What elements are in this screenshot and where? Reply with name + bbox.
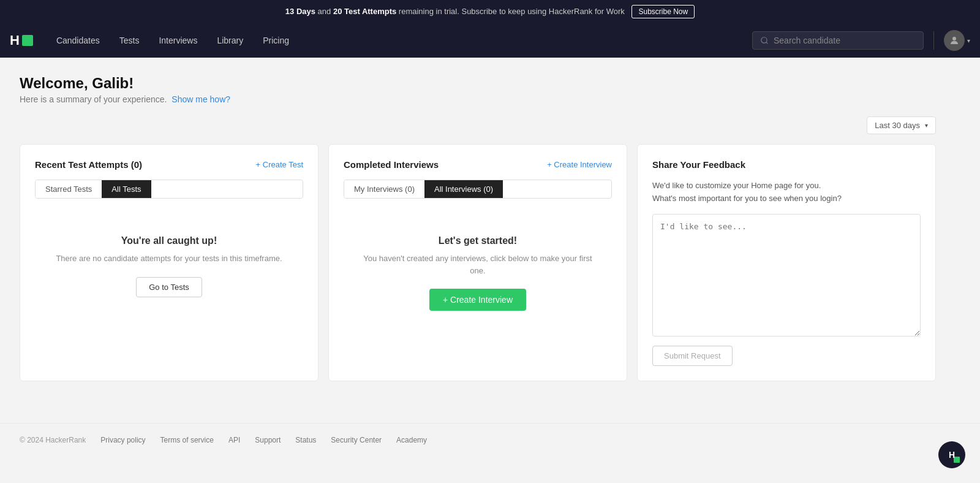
recent-tests-card-header: Recent Test Attempts (0) + Create Test: [35, 159, 303, 170]
footer-security[interactable]: Security Center: [331, 436, 382, 444]
chevron-down-icon: ▾: [967, 37, 970, 44]
chevron-down-icon: ▾: [925, 122, 928, 129]
feedback-card: Share Your Feedback We'd like to customi…: [637, 144, 936, 381]
navbar: H Candidates Tests Interviews Library Pr…: [0, 23, 980, 58]
create-interview-link[interactable]: + Create Interview: [547, 160, 612, 169]
nav-library[interactable]: Library: [208, 31, 252, 50]
create-interview-button[interactable]: + Create Interview: [429, 289, 526, 311]
nav-interviews[interactable]: Interviews: [150, 31, 206, 50]
date-filter-dropdown[interactable]: Last 30 days ▾: [867, 116, 936, 134]
interviews-toggle-tabs: My Interviews (0) All Interviews (0): [344, 180, 612, 199]
starred-tests-tab[interactable]: Starred Tests: [36, 180, 102, 198]
create-test-link[interactable]: + Create Test: [256, 160, 303, 169]
all-interviews-tab[interactable]: All Interviews (0): [424, 180, 503, 198]
footer: © 2024 HackerRank Privacy policy Terms o…: [0, 423, 980, 457]
banner-days: 13 Days: [285, 7, 315, 16]
recent-tests-card: Recent Test Attempts (0) + Create Test S…: [20, 144, 318, 381]
copyright: © 2024 HackerRank: [20, 436, 86, 444]
my-interviews-tab[interactable]: My Interviews (0): [344, 180, 424, 198]
submit-request-button[interactable]: Submit Request: [652, 346, 733, 366]
feedback-title: Share Your Feedback: [652, 159, 745, 170]
cards-row: Recent Test Attempts (0) + Create Test S…: [20, 144, 936, 381]
interviews-title: Completed Interviews: [344, 159, 439, 170]
nav-divider: [933, 31, 934, 50]
feedback-desc: We'd like to customize your Home page fo…: [652, 180, 921, 205]
logo-letter: H: [10, 32, 20, 48]
footer-status[interactable]: Status: [295, 436, 316, 444]
nav-links: Candidates Tests Interviews Library Pric…: [48, 31, 752, 50]
tests-empty-title: You're all caught up!: [121, 235, 217, 246]
interviews-card: Completed Interviews + Create Interview …: [328, 144, 627, 381]
feedback-textarea[interactable]: [652, 214, 921, 337]
search-placeholder: Search candidate: [774, 36, 840, 45]
show-me-how-link[interactable]: Show me how?: [172, 94, 230, 104]
floating-logo-h: H: [949, 450, 955, 457]
interviews-empty-title: Let's get started!: [439, 235, 517, 246]
interviews-empty-state: Let's get started! You haven't created a…: [344, 211, 612, 335]
dashboard-header: Last 30 days ▾: [20, 116, 936, 134]
recent-tests-title: Recent Test Attempts (0): [35, 159, 142, 170]
tests-toggle-tabs: Starred Tests All Tests: [35, 180, 303, 199]
svg-point-0: [761, 37, 767, 43]
avatar: [944, 30, 965, 51]
footer-academy[interactable]: Academy: [396, 436, 427, 444]
main-content: Welcome, Galib! Here is a summary of you…: [0, 58, 956, 398]
search-box[interactable]: Search candidate: [752, 31, 924, 50]
feedback-card-header: Share Your Feedback: [652, 159, 921, 170]
banner-text: remaining in trial. Subscribe to keep us…: [399, 7, 625, 16]
banner-and: and: [318, 7, 333, 16]
svg-point-2: [952, 37, 956, 40]
logo[interactable]: H: [10, 32, 33, 48]
tests-empty-state: You're all caught up! There are no candi…: [35, 211, 303, 322]
logo-square: [22, 35, 33, 46]
footer-api[interactable]: API: [228, 436, 240, 444]
go-to-tests-button[interactable]: Go to Tests: [136, 277, 202, 297]
nav-tests[interactable]: Tests: [111, 31, 148, 50]
welcome-sub: Here is a summary of your experience. Sh…: [20, 94, 936, 104]
footer-privacy[interactable]: Privacy policy: [100, 436, 145, 444]
banner-attempts: 20 Test Attempts: [333, 7, 396, 16]
interviews-card-header: Completed Interviews + Create Interview: [344, 159, 612, 170]
nav-pricing[interactable]: Pricing: [254, 31, 298, 50]
all-tests-tab[interactable]: All Tests: [102, 180, 151, 198]
tests-empty-sub: There are no candidate attempts for your…: [56, 253, 282, 265]
search-icon: [760, 36, 769, 45]
footer-support[interactable]: Support: [255, 436, 281, 444]
footer-terms[interactable]: Terms of service: [160, 436, 214, 444]
interviews-empty-sub: You haven't created any interviews, clic…: [356, 253, 600, 276]
top-banner: 13 Days and 20 Test Attempts remaining i…: [0, 0, 980, 23]
user-menu[interactable]: ▾: [944, 30, 970, 51]
nav-candidates[interactable]: Candidates: [48, 31, 108, 50]
page-title: Welcome, Galib!: [20, 75, 936, 92]
welcome-section: Welcome, Galib! Here is a summary of you…: [20, 75, 936, 104]
svg-line-1: [766, 42, 768, 44]
subscribe-button[interactable]: Subscribe Now: [631, 5, 695, 18]
